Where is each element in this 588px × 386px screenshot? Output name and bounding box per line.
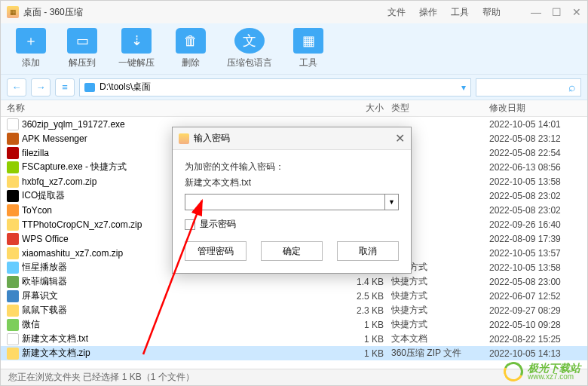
file-size: 1 KB [338, 334, 391, 345]
watermark-name: 极光下载站 [528, 363, 580, 373]
language-icon: 文 [234, 28, 265, 54]
file-name: 鼠鼠下载器 [22, 304, 338, 317]
file-row[interactable]: 鼠鼠下载器2.3 KB快捷方式2022-09-27 08:29 [1, 303, 587, 317]
computer-icon [84, 83, 95, 92]
file-name: 欧菲编辑器 [22, 275, 338, 288]
file-date: 2022-08-09 17:39 [489, 234, 587, 244]
file-size: 2.5 KB [338, 291, 391, 302]
file-icon [7, 233, 19, 245]
cancel-button[interactable]: 取消 [337, 241, 399, 261]
maximize-button[interactable]: ☐ [552, 6, 562, 18]
file-row[interactable]: 屏幕识文2.5 KB快捷方式2022-06-07 12:52 [1, 289, 587, 303]
file-name: 屏幕识文 [22, 290, 338, 302]
extract-icon: ▭ [67, 28, 97, 54]
file-row[interactable]: 微信1 KB快捷方式2022-05-10 09:28 [1, 317, 587, 332]
path-text: D:\tools\桌面 [100, 81, 151, 93]
file-name: 新建文本文档.zip [22, 347, 338, 360]
col-size[interactable]: 大小 [338, 102, 391, 115]
file-icon [7, 118, 19, 130]
file-date: 2022-05-10 09:28 [489, 320, 587, 330]
file-icon [7, 176, 19, 188]
file-type: 文本文档 [391, 332, 489, 345]
back-button[interactable]: ← [7, 78, 26, 96]
file-size: 1.4 KB [338, 277, 391, 287]
file-icon [7, 247, 19, 259]
minimize-button[interactable]: — [531, 6, 541, 18]
file-date: 2022-09-26 16:40 [489, 219, 587, 230]
file-icon [7, 147, 19, 159]
oneclick-extract-button[interactable]: ⇣ 一键解压 [118, 28, 155, 69]
menu-bar: 文件 操作 工具 帮助 [387, 6, 501, 19]
app-icon: ▦ [7, 6, 19, 18]
path-input[interactable]: D:\tools\桌面 ▾ [79, 78, 471, 96]
add-button[interactable]: ＋ 添加 [16, 28, 46, 69]
file-icon [7, 290, 19, 302]
file-type: 快捷方式 [391, 304, 489, 317]
delete-button[interactable]: 🗑 删除 [176, 28, 206, 69]
tools-icon: ▦ [293, 28, 323, 54]
tools-button[interactable]: ▦ 工具 [293, 28, 323, 69]
file-icon [7, 190, 19, 202]
path-dropdown-icon[interactable]: ▾ [461, 82, 466, 93]
file-type: 快捷方式 [391, 275, 489, 288]
file-size: 1 KB [338, 320, 391, 330]
extract-button[interactable]: ▭ 解压到 [67, 28, 97, 69]
file-name: 新建文本文档.txt [22, 332, 338, 345]
dialog-icon [179, 133, 189, 144]
file-date: 2022-10-05 14:01 [489, 119, 587, 130]
file-date: 2022-05-08 23:00 [489, 277, 587, 287]
file-date: 2022-10-05 13:58 [489, 262, 587, 273]
menu-operate[interactable]: 操作 [419, 6, 437, 19]
menu-file[interactable]: 文件 [387, 6, 406, 19]
file-type: 快捷方式 [391, 318, 489, 331]
file-icon [7, 262, 19, 274]
add-icon: ＋ [16, 28, 46, 54]
col-date[interactable]: 修改日期 [489, 102, 587, 115]
dialog-body: 为加密的文件输入密码： 新建文本文档.txt ▼ 显示密码 管理密码 确定 取消 [173, 150, 411, 273]
password-input[interactable] [185, 194, 385, 210]
watermark: 极光下载站 www.xz7.com [504, 362, 580, 381]
file-icon [7, 161, 19, 173]
file-date: 2022-06-07 12:52 [489, 291, 587, 302]
file-date: 2022-05-08 22:54 [489, 148, 587, 158]
password-dialog: 输入密码 ✕ 为加密的文件输入密码： 新建文本文档.txt ▼ 显示密码 管理密… [172, 127, 412, 274]
close-button[interactable]: ✕ [572, 6, 581, 18]
dialog-title-text: 输入密码 [194, 132, 230, 145]
forward-button[interactable]: → [31, 78, 51, 96]
watermark-logo-icon [501, 359, 525, 384]
dialog-close-button[interactable]: ✕ [395, 131, 405, 146]
file-icon [7, 276, 19, 288]
language-button[interactable]: 文 压缩包语言 [227, 28, 272, 69]
col-type[interactable]: 类型 [391, 102, 489, 115]
file-icon [7, 333, 19, 345]
file-date: 2022-05-08 23:12 [489, 133, 587, 144]
menu-tool[interactable]: 工具 [451, 6, 469, 19]
status-bar: 您正在浏览文件夹 已经选择 1 KB（1 个文件） [1, 369, 587, 385]
show-password-label: 显示密码 [200, 218, 236, 231]
password-filename: 新建文本文档.txt [185, 176, 399, 189]
view-mode-button[interactable]: ≡ [55, 78, 75, 96]
status-text: 您正在浏览文件夹 已经选择 1 KB（1 个文件） [8, 371, 194, 384]
search-input[interactable]: ⌕ [476, 78, 581, 96]
password-dropdown-button[interactable]: ▼ [385, 194, 399, 210]
window-controls: — ☐ ✕ [531, 6, 581, 18]
path-bar: ← → ≡ D:\tools\桌面 ▾ ⌕ [1, 75, 587, 100]
list-header: 名称 大小 类型 修改日期 [1, 100, 587, 117]
col-name[interactable]: 名称 [7, 102, 338, 115]
file-row[interactable]: 新建文本文档.zip1 KB360压缩 ZIP 文件2022-10-05 14:… [1, 346, 587, 360]
file-row[interactable]: 欧菲编辑器1.4 KB快捷方式2022-05-08 23:00 [1, 274, 587, 289]
titlebar: ▦ 桌面 - 360压缩 文件 操作 工具 帮助 — ☐ ✕ [1, 1, 587, 23]
file-size: 1 KB [338, 348, 391, 359]
manage-password-button[interactable]: 管理密码 [185, 241, 247, 261]
ok-button[interactable]: 确定 [261, 241, 323, 261]
file-icon [7, 204, 19, 216]
oneclick-icon: ⇣ [121, 28, 152, 54]
file-icon [7, 133, 19, 145]
file-icon [7, 219, 19, 231]
file-date: 2022-05-08 23:02 [489, 191, 587, 201]
file-date: 2022-10-05 14:13 [489, 348, 587, 359]
show-password-checkbox[interactable] [185, 219, 195, 230]
menu-help[interactable]: 帮助 [482, 6, 501, 19]
file-row[interactable]: 新建文本文档.txt1 KB文本文档2022-08-22 15:25 [1, 332, 587, 346]
file-type: 360压缩 ZIP 文件 [391, 347, 489, 360]
